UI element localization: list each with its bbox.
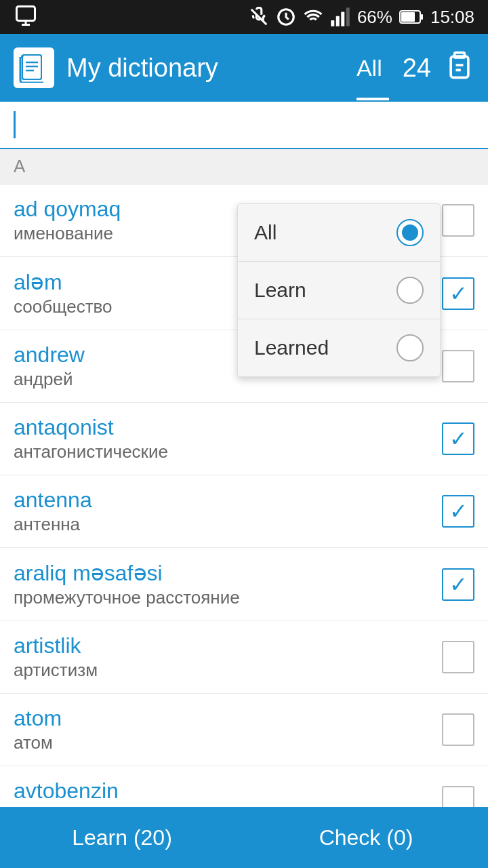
dropdown-item-all[interactable]: All — [238, 204, 440, 262]
word-checkbox[interactable]: ✓ — [442, 568, 474, 601]
word-item[interactable]: atom атом — [0, 694, 488, 766]
word-item[interactable]: araliq məsafəsi промежуточное расстояние… — [0, 548, 488, 621]
main-content: A ad qoymaq именование aləm сообщество ✓… — [0, 102, 488, 868]
radio-learned[interactable] — [396, 334, 424, 361]
section-header-a: A — [0, 149, 488, 184]
svg-rect-3 — [331, 20, 334, 26]
filter-dropdown: All Learn Learned — [237, 203, 441, 377]
page-title: My dictionary — [66, 54, 357, 83]
word-checkbox[interactable]: ✓ — [442, 495, 474, 528]
app-icon — [14, 47, 54, 88]
word-checkbox[interactable]: ✓ — [442, 277, 474, 310]
search-bar[interactable] — [0, 102, 488, 149]
check-button[interactable]: Check (0) — [244, 807, 488, 868]
learn-button[interactable]: Learn (20) — [0, 807, 244, 868]
radio-learn[interactable] — [396, 277, 424, 304]
status-bar: 66% 15:08 — [0, 0, 488, 34]
word-checkbox[interactable] — [442, 204, 474, 237]
svg-rect-0 — [17, 7, 35, 21]
word-count: 24 — [403, 54, 431, 83]
word-checkbox[interactable] — [442, 641, 474, 673]
word-item[interactable]: antenna антенна ✓ — [0, 475, 488, 548]
svg-rect-16 — [451, 56, 468, 77]
radio-all[interactable] — [396, 219, 424, 246]
svg-rect-4 — [336, 16, 340, 26]
word-checkbox[interactable]: ✓ — [442, 422, 474, 455]
word-item[interactable]: artistlik артистизм — [0, 621, 488, 694]
word-checkbox[interactable] — [442, 350, 474, 382]
svg-rect-5 — [341, 12, 344, 26]
status-icons: 66% 15:08 — [249, 7, 474, 28]
dropdown-item-learn[interactable]: Learn — [238, 262, 440, 319]
app-header: My dictionary All 24 — [0, 34, 488, 102]
svg-rect-6 — [346, 7, 350, 26]
battery-text: 66% — [357, 7, 392, 28]
filter-label[interactable]: All — [357, 55, 382, 81]
dropdown-item-learned[interactable]: Learned — [238, 319, 440, 376]
clipboard-icon[interactable] — [445, 50, 474, 86]
bottom-bar: Learn (20) Check (0) — [0, 807, 488, 868]
status-time: 15:08 — [430, 7, 474, 28]
word-checkbox[interactable] — [442, 713, 474, 746]
svg-rect-8 — [401, 12, 415, 22]
search-cursor — [14, 111, 16, 138]
word-item[interactable]: antaqonist антагонистические ✓ — [0, 403, 488, 475]
svg-rect-9 — [421, 14, 423, 20]
